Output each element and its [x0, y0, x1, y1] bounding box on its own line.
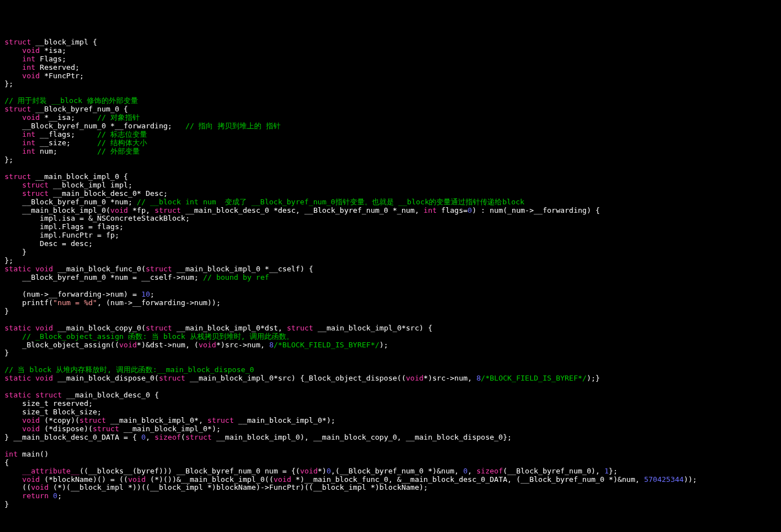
token-id: __main_block_impl_0*src) {	[313, 324, 432, 332]
token-id	[5, 475, 22, 484]
token-num: 0	[463, 467, 468, 475]
code-line: Desc = desc;	[5, 240, 776, 248]
token-id: *)__main_block_func_0, &__main_block_des…	[291, 475, 644, 484]
code-line: {	[5, 459, 776, 467]
token-id: ;	[150, 290, 154, 298]
token-id	[5, 130, 22, 138]
token-id	[5, 55, 22, 63]
code-line: static void __main_block_func_0(struct _…	[5, 265, 776, 274]
token-kw: struct	[207, 416, 234, 424]
token-cm: // bound by ref	[203, 273, 269, 281]
token-kw: static	[5, 391, 31, 399]
code-line: int __flags; // 标志位变量	[5, 131, 776, 139]
token-id: flags=	[437, 206, 468, 214]
token-cm: // 结构体大小	[97, 138, 147, 147]
token-id: size_t reserved;	[5, 399, 93, 408]
code-line: __Block_byref_num_0 *num = __cself->num;…	[5, 274, 776, 282]
token-kw: struct	[145, 265, 172, 273]
token-kw: static	[5, 265, 31, 273]
code-line: void *FuncPtr;	[5, 72, 776, 81]
token-id: (*copy)(	[40, 416, 79, 424]
token-id: (*blockName)() = ((	[40, 475, 128, 484]
token-id	[31, 265, 36, 273]
token-num: 0	[468, 206, 472, 214]
token-id: __main_block_desc_0 *desc, __Block_byref…	[181, 206, 423, 214]
token-id: ((__blocks__(byref))) __Block_byref_num_…	[79, 467, 300, 475]
token-kw: sizeof	[477, 467, 503, 475]
token-id: (num->__forwarding->num) =	[5, 290, 141, 298]
code-line: static void __main_block_copy_0(struct _…	[5, 324, 776, 333]
token-id: *__isa;	[40, 113, 97, 122]
token-id	[5, 467, 22, 475]
token-id: size_t Block_size;	[5, 408, 101, 416]
token-id: __main_block_desc_0 {	[62, 391, 159, 399]
code-line: }	[5, 248, 776, 257]
token-kw: __attribute__	[22, 467, 79, 475]
token-id	[5, 63, 22, 71]
token-id: (	[181, 433, 185, 441]
token-kw: void	[198, 341, 216, 349]
token-id: __Block_byref_num_0 *num;	[5, 198, 137, 206]
token-num: 0	[53, 491, 57, 500]
token-id: } __main_block_desc_0_DATA = {	[5, 433, 141, 441]
code-line: }	[5, 500, 776, 509]
code-line	[5, 383, 776, 391]
token-kw: void	[300, 467, 317, 475]
code-line: struct __main_block_desc_0* Desc;	[5, 190, 776, 198]
token-kw: struct	[79, 416, 106, 424]
token-kw: struct	[145, 324, 172, 332]
token-id: __main_block_impl_0(	[5, 206, 110, 214]
code-line: return 0;	[5, 492, 776, 500]
token-id: );}	[587, 374, 600, 382]
token-kw: int	[22, 130, 35, 138]
code-line: int Flags;	[5, 55, 776, 64]
token-id: Desc = desc;	[5, 239, 93, 248]
token-kw: int	[22, 147, 35, 155]
token-kw: struct	[36, 391, 62, 399]
token-kw: struct	[5, 38, 31, 46]
token-cm: // _Block_object_assign 函数: 当 block 从栈拷贝…	[22, 332, 294, 341]
token-cm: // 对象指针	[97, 113, 139, 122]
token-kw: void	[36, 324, 53, 332]
code-line: };	[5, 156, 776, 164]
token-id: (__Block_byref_num_0),	[503, 467, 604, 475]
token-id: __main_block_impl_0*dst,	[172, 324, 287, 332]
token-id: , (num->__forwarding->num));	[97, 298, 220, 307]
token-num: 570425344	[644, 475, 684, 484]
token-kw: void	[128, 475, 145, 484]
token-id: ) : num(_num->__forwarding) {	[472, 206, 600, 214]
token-id	[31, 374, 36, 382]
code-line: _Block_object_assign((void*)&dst->num, (…	[5, 341, 776, 350]
code-line: printf("num = %d", (num->__forwarding->n…	[5, 299, 776, 307]
token-str: "num = %d"	[53, 298, 97, 307]
code-line: // _Block_object_assign 函数: 当 block 从栈拷贝…	[5, 333, 776, 341]
token-id: Reserved;	[36, 63, 79, 71]
code-line: __Block_byref_num_0 *num; // __block int…	[5, 198, 776, 207]
token-id	[5, 147, 22, 155]
token-kw: struct	[5, 105, 31, 113]
code-line: int Reserved;	[5, 64, 776, 72]
code-line: void (*copy)(struct __main_block_impl_0*…	[5, 417, 776, 425]
token-id: {	[5, 458, 9, 467]
token-kw: void	[406, 374, 423, 382]
code-line: } __main_block_desc_0_DATA = { 0, sizeof…	[5, 433, 776, 442]
code-line: int __size; // 结构体大小	[5, 139, 776, 147]
token-id: };	[609, 467, 618, 475]
code-line: void *isa;	[5, 47, 776, 55]
token-kw: void	[31, 483, 48, 491]
token-kw: void	[22, 113, 39, 122]
token-id	[5, 46, 22, 55]
token-cm: // 外部变量	[97, 147, 139, 155]
token-id	[5, 332, 22, 341]
token-kw: void	[273, 475, 291, 484]
token-id: __main_block_impl_0*);	[119, 424, 221, 433]
token-id: (*)(__block_impl *))((__block_impl *)blo…	[48, 483, 428, 491]
token-kw: int	[5, 450, 17, 458]
token-id: __main_block_copy_0(	[53, 324, 145, 332]
code-line: // 当 block 从堆内存释放时, 调用此函数:__main_block_d…	[5, 366, 776, 374]
token-id	[5, 491, 22, 500]
token-id: *fp,	[128, 206, 154, 214]
token-cm: /*BLOCK_FIELD_IS_BYREF*/	[273, 341, 379, 349]
token-cm: // 当 block 从堆内存释放时, 调用此函数:__main_block_d…	[5, 365, 254, 374]
token-id: }	[5, 307, 9, 315]
